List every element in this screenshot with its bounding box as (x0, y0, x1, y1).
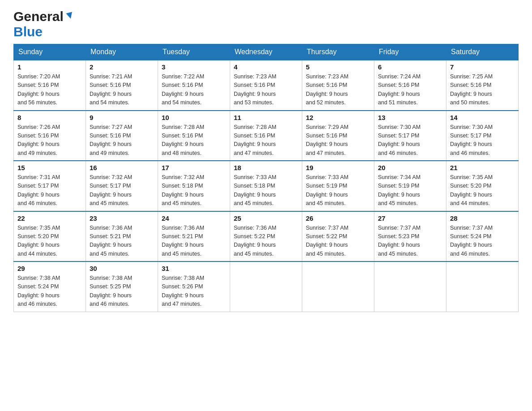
day-info: Sunrise: 7:35 AM Sunset: 5:20 PM Dayligh… (450, 173, 515, 208)
logo-arrow-icon (65, 11, 75, 22)
calendar-week-row: 8 Sunrise: 7:26 AM Sunset: 5:16 PM Dayli… (14, 111, 519, 161)
calendar-day-cell: 9 Sunrise: 7:27 AM Sunset: 5:16 PM Dayli… (86, 111, 158, 161)
day-number: 2 (90, 63, 154, 71)
day-info: Sunrise: 7:25 AM Sunset: 5:16 PM Dayligh… (450, 73, 515, 107)
calendar-day-cell: 4 Sunrise: 7:23 AM Sunset: 5:16 PM Dayli… (230, 60, 302, 111)
calendar-day-cell: 22 Sunrise: 7:35 AM Sunset: 5:20 PM Dayl… (14, 211, 86, 262)
day-number: 27 (378, 214, 442, 222)
day-number: 15 (17, 164, 82, 171)
calendar-day-cell: 27 Sunrise: 7:37 AM Sunset: 5:23 PM Dayl… (374, 211, 446, 262)
day-info: Sunrise: 7:32 AM Sunset: 5:18 PM Dayligh… (162, 173, 226, 208)
day-info: Sunrise: 7:22 AM Sunset: 5:16 PM Dayligh… (162, 73, 226, 107)
day-number: 12 (306, 114, 370, 121)
calendar-day-cell: 6 Sunrise: 7:24 AM Sunset: 5:16 PM Dayli… (374, 60, 446, 111)
calendar-empty-cell (230, 261, 302, 312)
day-info: Sunrise: 7:33 AM Sunset: 5:18 PM Dayligh… (234, 173, 298, 208)
day-info: Sunrise: 7:24 AM Sunset: 5:16 PM Dayligh… (378, 73, 442, 107)
logo: General Blue (13, 9, 75, 39)
day-number: 30 (90, 265, 154, 272)
day-number: 7 (450, 63, 515, 71)
logo-blue-text: Blue (13, 24, 43, 39)
day-number: 20 (378, 164, 442, 171)
calendar-day-cell: 11 Sunrise: 7:28 AM Sunset: 5:16 PM Dayl… (230, 111, 302, 161)
calendar-day-cell: 2 Sunrise: 7:21 AM Sunset: 5:16 PM Dayli… (86, 60, 158, 111)
logo-general-text: General (13, 9, 64, 24)
day-number: 6 (378, 63, 442, 71)
calendar-day-cell: 20 Sunrise: 7:34 AM Sunset: 5:19 PM Dayl… (374, 161, 446, 211)
day-info: Sunrise: 7:27 AM Sunset: 5:16 PM Dayligh… (90, 123, 154, 158)
day-number: 31 (162, 265, 226, 272)
day-number: 18 (234, 164, 298, 171)
calendar-day-cell: 17 Sunrise: 7:32 AM Sunset: 5:18 PM Dayl… (158, 161, 230, 211)
day-info: Sunrise: 7:36 AM Sunset: 5:22 PM Dayligh… (234, 224, 298, 259)
day-info: Sunrise: 7:36 AM Sunset: 5:21 PM Dayligh… (90, 224, 154, 259)
day-info: Sunrise: 7:31 AM Sunset: 5:17 PM Dayligh… (17, 173, 82, 208)
calendar-day-cell: 13 Sunrise: 7:30 AM Sunset: 5:17 PM Dayl… (374, 111, 446, 161)
calendar-day-cell: 31 Sunrise: 7:38 AM Sunset: 5:26 PM Dayl… (158, 261, 230, 312)
day-info: Sunrise: 7:37 AM Sunset: 5:23 PM Dayligh… (378, 224, 442, 259)
day-number: 26 (306, 214, 370, 222)
calendar-week-row: 15 Sunrise: 7:31 AM Sunset: 5:17 PM Dayl… (14, 161, 519, 211)
calendar-day-cell: 24 Sunrise: 7:36 AM Sunset: 5:21 PM Dayl… (158, 211, 230, 262)
column-header-friday: Friday (374, 44, 446, 60)
day-info: Sunrise: 7:30 AM Sunset: 5:17 PM Dayligh… (378, 123, 442, 158)
day-number: 16 (90, 164, 154, 171)
column-header-wednesday: Wednesday (230, 44, 302, 60)
calendar-day-cell: 19 Sunrise: 7:33 AM Sunset: 5:19 PM Dayl… (302, 161, 374, 211)
day-number: 19 (306, 164, 370, 171)
day-number: 28 (450, 214, 515, 222)
column-header-tuesday: Tuesday (158, 44, 230, 60)
calendar-day-cell: 18 Sunrise: 7:33 AM Sunset: 5:18 PM Dayl… (230, 161, 302, 211)
calendar-day-cell: 30 Sunrise: 7:38 AM Sunset: 5:25 PM Dayl… (86, 261, 158, 312)
calendar-table: SundayMondayTuesdayWednesdayThursdayFrid… (13, 44, 519, 312)
column-header-monday: Monday (86, 44, 158, 60)
day-info: Sunrise: 7:29 AM Sunset: 5:16 PM Dayligh… (306, 123, 370, 158)
calendar-day-cell: 28 Sunrise: 7:37 AM Sunset: 5:24 PM Dayl… (446, 211, 519, 262)
day-info: Sunrise: 7:26 AM Sunset: 5:16 PM Dayligh… (17, 123, 82, 158)
day-info: Sunrise: 7:35 AM Sunset: 5:20 PM Dayligh… (17, 224, 82, 259)
day-info: Sunrise: 7:28 AM Sunset: 5:16 PM Dayligh… (234, 123, 298, 158)
day-number: 13 (378, 114, 442, 121)
day-number: 29 (17, 265, 82, 272)
day-info: Sunrise: 7:33 AM Sunset: 5:19 PM Dayligh… (306, 173, 370, 208)
day-info: Sunrise: 7:20 AM Sunset: 5:16 PM Dayligh… (17, 73, 82, 107)
day-number: 25 (234, 214, 298, 222)
calendar-week-row: 29 Sunrise: 7:38 AM Sunset: 5:24 PM Dayl… (14, 261, 519, 312)
calendar-day-cell: 10 Sunrise: 7:28 AM Sunset: 5:16 PM Dayl… (158, 111, 230, 161)
day-info: Sunrise: 7:34 AM Sunset: 5:19 PM Dayligh… (378, 173, 442, 208)
page-header: General Blue (13, 9, 519, 39)
day-number: 17 (162, 164, 226, 171)
calendar-day-cell: 15 Sunrise: 7:31 AM Sunset: 5:17 PM Dayl… (14, 161, 86, 211)
day-info: Sunrise: 7:37 AM Sunset: 5:24 PM Dayligh… (450, 224, 515, 259)
calendar-day-cell: 3 Sunrise: 7:22 AM Sunset: 5:16 PM Dayli… (158, 60, 230, 111)
calendar-day-cell: 16 Sunrise: 7:32 AM Sunset: 5:17 PM Dayl… (86, 161, 158, 211)
calendar-empty-cell (446, 261, 519, 312)
day-number: 14 (450, 114, 515, 121)
calendar-day-cell: 12 Sunrise: 7:29 AM Sunset: 5:16 PM Dayl… (302, 111, 374, 161)
calendar-week-row: 1 Sunrise: 7:20 AM Sunset: 5:16 PM Dayli… (14, 60, 519, 111)
calendar-week-row: 22 Sunrise: 7:35 AM Sunset: 5:20 PM Dayl… (14, 211, 519, 262)
calendar-header-row: SundayMondayTuesdayWednesdayThursdayFrid… (14, 44, 519, 60)
day-number: 22 (17, 214, 82, 222)
day-info: Sunrise: 7:32 AM Sunset: 5:17 PM Dayligh… (90, 173, 154, 208)
day-number: 11 (234, 114, 298, 121)
day-info: Sunrise: 7:21 AM Sunset: 5:16 PM Dayligh… (90, 73, 154, 107)
day-number: 4 (234, 63, 298, 71)
calendar-day-cell: 5 Sunrise: 7:23 AM Sunset: 5:16 PM Dayli… (302, 60, 374, 111)
calendar-day-cell: 26 Sunrise: 7:37 AM Sunset: 5:22 PM Dayl… (302, 211, 374, 262)
column-header-saturday: Saturday (446, 44, 519, 60)
calendar-day-cell: 29 Sunrise: 7:38 AM Sunset: 5:24 PM Dayl… (14, 261, 86, 312)
day-info: Sunrise: 7:37 AM Sunset: 5:22 PM Dayligh… (306, 224, 370, 259)
day-info: Sunrise: 7:23 AM Sunset: 5:16 PM Dayligh… (306, 73, 370, 107)
day-number: 3 (162, 63, 226, 71)
calendar-day-cell: 8 Sunrise: 7:26 AM Sunset: 5:16 PM Dayli… (14, 111, 86, 161)
calendar-empty-cell (302, 261, 374, 312)
column-header-thursday: Thursday (302, 44, 374, 60)
calendar-empty-cell (374, 261, 446, 312)
day-info: Sunrise: 7:23 AM Sunset: 5:16 PM Dayligh… (234, 73, 298, 107)
day-info: Sunrise: 7:28 AM Sunset: 5:16 PM Dayligh… (162, 123, 226, 158)
day-number: 21 (450, 164, 515, 171)
column-header-sunday: Sunday (14, 44, 86, 60)
day-number: 9 (90, 114, 154, 121)
day-number: 1 (17, 63, 82, 71)
